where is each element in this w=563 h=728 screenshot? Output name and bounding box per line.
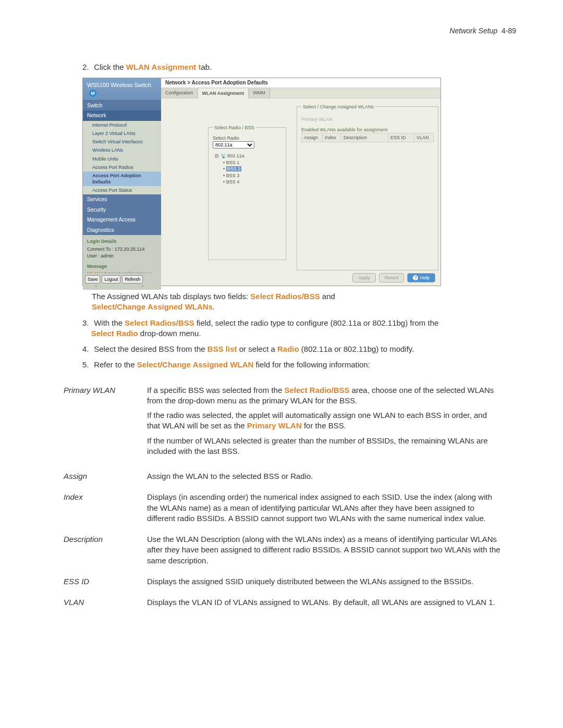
nav-item-aps[interactable]: Access Port Status	[83, 186, 161, 194]
save-button[interactable]: Save	[85, 275, 100, 283]
nav-item-mu[interactable]: Mobile Units	[83, 155, 161, 163]
nav-network-items: Internet Protocol Layer 2 Virtual LANs S…	[83, 121, 161, 194]
tab-configuration[interactable]: Configuration	[161, 88, 198, 98]
nav-diag[interactable]: Diagnostics	[83, 225, 161, 236]
nav-item-apad[interactable]: Access Port Adoption Defaults	[83, 171, 161, 186]
wlan-assignment-label: WLAN Assignment t	[126, 63, 201, 71]
col-essid: ESS ID	[388, 133, 414, 142]
def-row-primary: Primary WLAN If a specific BSS was selec…	[64, 380, 507, 466]
page-header: Network Setup 4-89	[47, 26, 516, 36]
nav-mgmt[interactable]: Management Access	[83, 215, 161, 225]
select-radio-dropdown[interactable]: 802.11a	[213, 141, 254, 149]
col-index: Index	[323, 133, 341, 142]
revert-button[interactable]: Revert	[379, 273, 405, 282]
nav-switch[interactable]: Switch	[83, 101, 161, 111]
nav-item-l2[interactable]: Layer 2 Virtual LANs	[83, 129, 161, 138]
apply-button[interactable]: Apply	[352, 273, 376, 282]
def-row-assign: Assign Assign the WLAN to the selected B…	[64, 466, 507, 487]
tree-root[interactable]: ⊟ 📡 802.11a	[215, 153, 282, 159]
def-row-index: Index Displays (in ascending order) the …	[64, 487, 507, 529]
col-assign: Assign	[302, 133, 323, 142]
tab-wmm[interactable]: WMM	[249, 88, 270, 98]
nav-network[interactable]: Network	[83, 110, 161, 121]
help-icon: ?	[413, 275, 418, 280]
nav-item-ip[interactable]: Internet Protocol	[83, 121, 161, 129]
intro-text: The Assigned WLANs tab displays two fiel…	[92, 291, 511, 313]
bss-tree: ⊟ 📡 802.11a • BSS 1 • BSS 2 • BSS 3 • BS…	[213, 153, 282, 186]
tree-bss-4[interactable]: • BSS 4	[215, 179, 282, 186]
col-desc: Description	[341, 133, 388, 142]
definitions-table: Primary WLAN If a specific BSS was selec…	[64, 380, 507, 613]
col-vlan: VLAN	[414, 133, 433, 142]
step-3: 3. With the Select Radios/BSS field, sel…	[82, 318, 516, 339]
help-button[interactable]: ?Help	[407, 273, 435, 282]
admin-screenshot: WS5100 Wireless Switch M Switch Network …	[82, 78, 441, 286]
login-details: Login Details Connect To : 172.20.25.114…	[83, 235, 161, 262]
sidebar-title: WS5100 Wireless Switch M	[83, 78, 161, 101]
sidebar: WS5100 Wireless Switch M Switch Network …	[83, 78, 161, 286]
brand-badge-icon: M	[89, 90, 96, 97]
nav-item-wlans[interactable]: Wireless LANs	[83, 146, 161, 154]
step-4: 4. Select the desired BSS from the BSS l…	[82, 344, 516, 354]
tree-bss-3[interactable]: • BSS 3	[215, 172, 282, 179]
action-buttons: Apply Revert ?Help	[352, 273, 435, 282]
def-row-description: Description Use the WLAN Description (al…	[64, 529, 507, 571]
nav-security[interactable]: Security	[83, 205, 161, 215]
step-2: 2. Click the WLAN Assignment tab.	[82, 62, 516, 72]
wlans-table-header: Assign Index Description ESS ID VLAN	[301, 133, 434, 142]
refresh-button[interactable]: Refresh	[122, 275, 143, 283]
def-row-essid: ESS ID Displays the assigned SSID unique…	[64, 571, 507, 592]
tab-wlan-assignment[interactable]: WLAN Assignment	[198, 89, 249, 98]
breadcrumb: Network > Access Port Adoption Defaults	[161, 78, 440, 88]
main-panel: Network > Access Port Adoption Defaults …	[161, 78, 440, 286]
enabled-wlans-label: Enabled WLANs available for assignment	[301, 127, 434, 133]
tree-bss-2[interactable]: • BSS 2	[215, 166, 282, 172]
step-5: 5. Refer to the Select/Change Assigned W…	[82, 360, 516, 370]
tab-bar: Configuration WLAN Assignment WMM	[161, 88, 440, 98]
assigned-wlans-fieldset: Select / Change Assigned WLANs Primary W…	[297, 104, 438, 270]
header-page: 4-89	[501, 27, 516, 35]
def-row-vlan: VLAN Displays the VLAN ID of VLANs assig…	[64, 592, 507, 613]
select-radio-bss-fieldset: Select Radio / BSS Select Radio 802.11a …	[208, 125, 286, 260]
sidebar-buttons: Save Logout Refresh	[83, 273, 161, 286]
tree-bss-1[interactable]: • BSS 1	[215, 159, 282, 166]
header-section: Network Setup	[449, 27, 497, 35]
nav-item-svi[interactable]: Switch Virtual Interfaces	[83, 138, 161, 146]
logout-button[interactable]: Logout	[102, 275, 120, 283]
primary-wlan-label: Primary WLAN	[301, 114, 434, 125]
nav-item-apr[interactable]: Access Port Radios	[83, 163, 161, 171]
nav-services[interactable]: Services	[83, 194, 161, 205]
